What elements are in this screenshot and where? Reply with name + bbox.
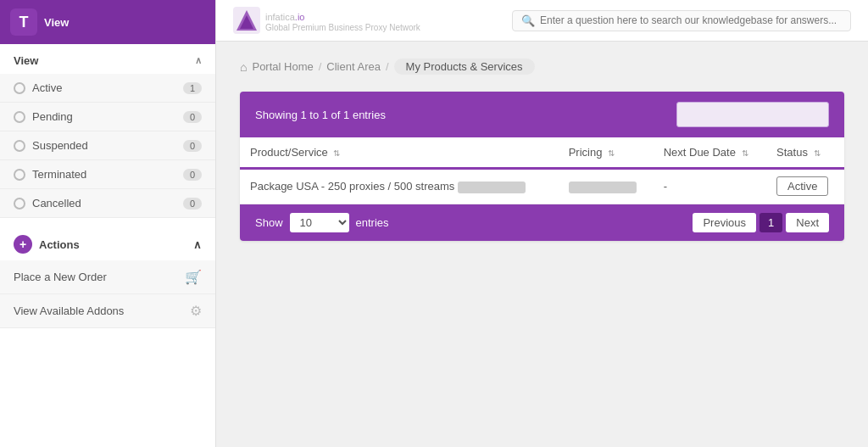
pagination-next-button[interactable]: Next xyxy=(786,213,829,232)
actions-chevron-icon[interactable]: ∧ xyxy=(193,238,202,251)
sidebar: T View View ∧ Active 1 Pending 0 Suspend… xyxy=(0,0,216,447)
products-table-card: Showing 1 to 1 of 1 entries Product/Serv… xyxy=(240,92,844,241)
cell-pricing-blurred xyxy=(569,182,637,193)
col-status: Status ⇅ xyxy=(766,137,844,169)
pagination: Previous 1 Next xyxy=(693,213,829,232)
cart-icon: 🛒 xyxy=(185,269,202,285)
table-row[interactable]: Package USA - 250 proxies / 500 streams … xyxy=(240,169,844,204)
search-icon: 🔍 xyxy=(521,14,535,27)
breadcrumb-portal-home[interactable]: Portal Home xyxy=(252,60,313,73)
breadcrumb-sep-1: / xyxy=(319,60,322,73)
show-label: Show xyxy=(255,216,283,229)
sidebar-logo-area: T View xyxy=(0,0,215,44)
filter-suspended-label: Suspended xyxy=(32,139,88,152)
breadcrumb: ⌂ Portal Home / Client Area / My Product… xyxy=(240,59,844,75)
radio-pending-icon xyxy=(14,111,25,123)
radio-terminated-icon xyxy=(14,169,25,181)
sort-pricing-icon[interactable]: ⇅ xyxy=(608,148,615,158)
filter-active-label: Active xyxy=(32,81,62,94)
status-badge: Active xyxy=(776,176,828,196)
sidebar-filter-cancelled[interactable]: Cancelled 0 xyxy=(0,189,215,218)
home-icon: ⌂ xyxy=(240,60,247,74)
sidebar-filter-pending[interactable]: Pending 0 xyxy=(0,103,215,131)
view-section-label: View xyxy=(14,54,38,67)
cell-status: Active xyxy=(766,169,844,204)
filter-pending-label: Pending xyxy=(32,110,73,123)
action-new-order-label: Place a New Order xyxy=(14,271,107,283)
breadcrumb-sep-2: / xyxy=(386,60,389,73)
filter-cancelled-label: Cancelled xyxy=(32,197,81,210)
filter-terminated-label: Terminated xyxy=(32,168,86,181)
sidebar-filter-suspended[interactable]: Suspended 0 xyxy=(0,131,215,160)
table-header-row: Product/Service ⇅ Pricing ⇅ Next Due Dat… xyxy=(240,137,844,169)
filter-terminated-count: 0 xyxy=(183,169,202,181)
table-footer-bar: Show 10 25 50 100 entries Previous 1 Nex… xyxy=(240,204,844,241)
cell-next-due-date: - xyxy=(654,169,766,204)
filter-pending-count: 0 xyxy=(183,111,202,123)
actions-plus-icon: + xyxy=(14,235,32,254)
col-product-service: Product/Service ⇅ xyxy=(240,137,559,169)
logo-icon: T xyxy=(10,8,37,36)
sort-status-icon[interactable]: ⇅ xyxy=(814,148,821,158)
filter-active-count: 1 xyxy=(183,82,202,94)
action-available-addons[interactable]: View Available Addons ⚙ xyxy=(0,294,215,328)
main-content: infatica.io Global Premium Business Prox… xyxy=(216,0,868,447)
action-new-order[interactable]: Place a New Order 🛒 xyxy=(0,260,215,294)
pagination-prev-button[interactable]: Previous xyxy=(693,213,756,232)
sidebar-filter-terminated[interactable]: Terminated 0 xyxy=(0,160,215,189)
col-pricing: Pricing ⇅ xyxy=(559,137,654,169)
view-chevron-icon[interactable]: ∧ xyxy=(195,55,202,66)
search-input[interactable] xyxy=(540,14,842,26)
topbar-search-area[interactable]: 🔍 xyxy=(512,10,851,31)
show-entries-area: Show 10 25 50 100 entries xyxy=(255,213,389,232)
sidebar-filter-active[interactable]: Active 1 xyxy=(0,74,215,103)
filter-cancelled-count: 0 xyxy=(183,198,202,210)
radio-active-icon xyxy=(14,82,25,94)
entries-select[interactable]: 10 25 50 100 xyxy=(290,213,349,232)
brand-name-label: infatica.io xyxy=(265,8,304,23)
cell-product-blurred xyxy=(458,182,526,193)
content-area: ⌂ Portal Home / Client Area / My Product… xyxy=(216,42,868,447)
breadcrumb-client-area[interactable]: Client Area xyxy=(326,60,381,73)
col-next-due-date: Next Due Date ⇅ xyxy=(654,137,766,169)
sidebar-view-title: View xyxy=(44,16,69,29)
pagination-current-page: 1 xyxy=(760,213,782,232)
topbar-logo: infatica.io Global Premium Business Prox… xyxy=(233,7,420,34)
table-search-input[interactable] xyxy=(676,102,829,127)
filter-suspended-count: 0 xyxy=(183,140,202,152)
addons-icon: ⚙ xyxy=(190,303,202,319)
radio-cancelled-icon xyxy=(14,198,25,210)
sort-product-icon[interactable]: ⇅ xyxy=(333,148,340,158)
breadcrumb-current-page: My Products & Services xyxy=(394,59,535,75)
cell-product-name: Package USA - 250 proxies / 500 streams xyxy=(240,169,559,204)
products-table: Product/Service ⇅ Pricing ⇅ Next Due Dat… xyxy=(240,137,844,204)
table-header-bar: Showing 1 to 1 of 1 entries xyxy=(240,92,844,137)
topbar: infatica.io Global Premium Business Prox… xyxy=(216,0,868,42)
view-section-header: View ∧ xyxy=(0,44,215,74)
actions-section-label: Actions xyxy=(39,238,80,251)
infatica-logo-icon xyxy=(233,7,260,34)
entries-label: entries xyxy=(356,216,389,229)
action-addons-label: View Available Addons xyxy=(14,305,124,317)
showing-entries-text: Showing 1 to 1 of 1 entries xyxy=(255,109,386,121)
sort-next-due-icon[interactable]: ⇅ xyxy=(742,148,748,158)
brand-subtitle: Global Premium Business Proxy Network xyxy=(265,23,420,32)
actions-section-header: + Actions ∧ xyxy=(0,225,215,260)
radio-suspended-icon xyxy=(14,140,25,152)
cell-pricing xyxy=(559,169,654,204)
